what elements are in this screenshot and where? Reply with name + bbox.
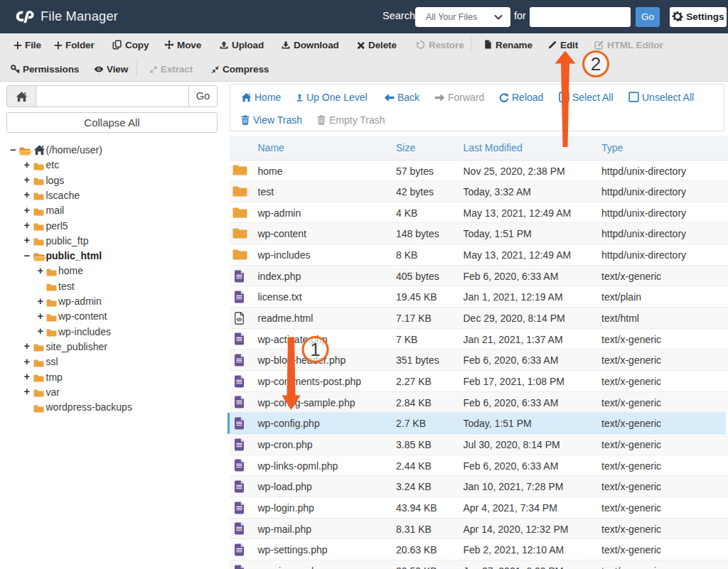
svg-text:2: 2 — [591, 53, 601, 75]
svg-text:1: 1 — [310, 339, 320, 360]
